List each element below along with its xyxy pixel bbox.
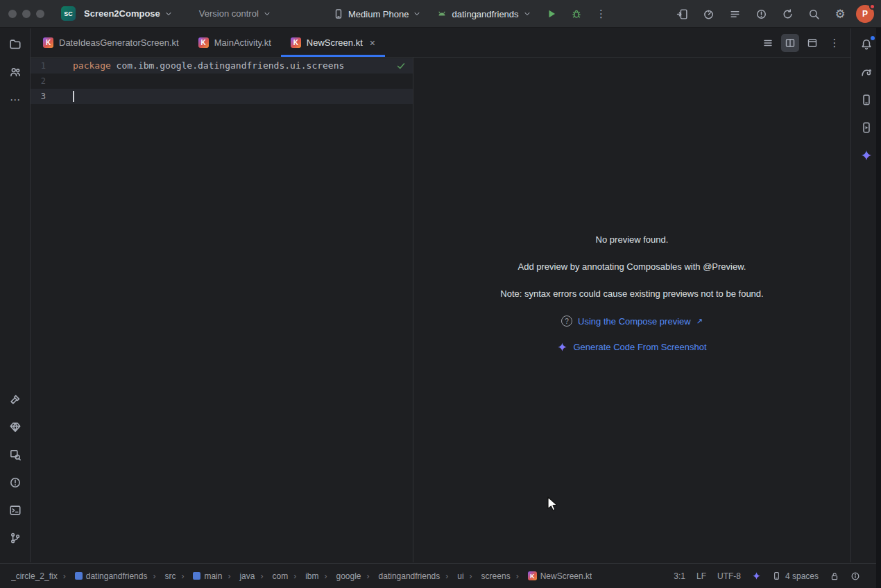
more-tool-windows-button[interactable]: ⋯: [5, 89, 26, 110]
run-button[interactable]: [541, 4, 562, 24]
generate-link-label: Generate Code From Screenshot: [573, 342, 706, 352]
android-icon: [436, 8, 447, 19]
text-caret: [73, 91, 74, 102]
collaboration-tool-button[interactable]: [5, 62, 26, 83]
diamond-icon: [9, 421, 22, 433]
close-tab-icon[interactable]: ×: [370, 37, 375, 49]
device-mirroring-button[interactable]: [672, 4, 692, 24]
breadcrumb-item[interactable]: google: [318, 571, 361, 581]
readonly-toggle[interactable]: [830, 571, 839, 581]
code-line[interactable]: 1 package com.ibm.google.datingandfriend…: [31, 58, 413, 74]
device-manager-tool-button[interactable]: [856, 89, 877, 110]
notifications-info-button[interactable]: [850, 571, 860, 581]
inspect-box-icon: [9, 449, 22, 461]
editor-mode-code-button[interactable]: [759, 34, 777, 52]
breadcrumb-item[interactable]: _circle_2_fix: [11, 571, 58, 581]
chevron-down-icon: [164, 10, 173, 18]
compose-preview-help-link[interactable]: ? Using the Compose preview ↗: [561, 315, 703, 327]
breadcrumb-item[interactable]: ibm: [288, 571, 318, 581]
breadcrumb-item[interactable]: java: [222, 571, 255, 581]
chevron-down-icon: [523, 10, 531, 18]
caret-position-widget[interactable]: 3:1: [674, 571, 685, 581]
gear-icon: ⚙: [835, 8, 845, 20]
run-configuration-selector[interactable]: datingandfriends: [431, 5, 536, 23]
run-toolbar: Medium Phone datingandfriends ⋮: [327, 0, 612, 28]
resource-manager-tool-button[interactable]: [5, 417, 26, 438]
minimize-window-button[interactable]: [22, 10, 31, 18]
gradle-sync-button[interactable]: [777, 4, 798, 24]
editor-mode-switcher: ⋮: [759, 28, 850, 57]
chevron-down-icon: [263, 10, 271, 18]
project-tool-button[interactable]: [5, 34, 26, 55]
chevron-down-icon: [413, 10, 421, 18]
problems-tool-button[interactable]: [5, 472, 26, 493]
breadcrumb-item[interactable]: main: [176, 571, 222, 581]
toolbar-right: ⚙ P: [672, 0, 874, 28]
running-devices-tool-button[interactable]: [856, 117, 877, 138]
inspections-ok-icon[interactable]: [396, 61, 406, 71]
profiler-button[interactable]: [698, 4, 719, 24]
code-line-caret[interactable]: 3: [31, 89, 413, 104]
breadcrumb-item-file[interactable]: KNewScreen.kt: [511, 571, 592, 581]
window-controls: [0, 10, 44, 18]
project-switcher[interactable]: Screen2Compose: [78, 5, 178, 22]
editor-split: 1 package com.ibm.google.datingandfriend…: [31, 58, 850, 562]
line-separator-widget[interactable]: LF: [696, 571, 706, 581]
breadcrumb-item[interactable]: com: [255, 571, 288, 581]
logcat-button[interactable]: [724, 4, 745, 24]
debug-button[interactable]: [566, 4, 587, 24]
build-tool-button[interactable]: [5, 389, 26, 410]
gemini-tool-button[interactable]: [856, 145, 877, 166]
people-icon: [9, 66, 22, 78]
bug-icon: [571, 8, 582, 19]
editor-zone: K DateIdeasGeneratorScreen.kt K MainActi…: [31, 28, 850, 562]
breadcrumb-item[interactable]: src: [147, 571, 176, 581]
code-lines-icon: [762, 37, 773, 49]
generate-code-from-screenshot-link[interactable]: Generate Code From Screenshot: [557, 342, 706, 352]
tab-dateideasgeneratorscreen[interactable]: K DateIdeasGeneratorScreen.kt: [33, 28, 189, 57]
version-control-tool-button[interactable]: [5, 528, 26, 548]
no-preview-message: No preview found.: [596, 234, 669, 245]
editor-mode-split-button[interactable]: [781, 34, 799, 52]
notification-badge: [871, 36, 875, 40]
close-window-button[interactable]: [8, 10, 17, 18]
settings-button[interactable]: ⚙: [830, 4, 850, 24]
indent-widget[interactable]: 4 spaces: [772, 571, 819, 581]
app-quality-insights-button[interactable]: [751, 4, 771, 24]
ai-status-widget[interactable]: [752, 571, 761, 580]
encoding-widget[interactable]: UTF-8: [717, 571, 741, 581]
app-inspection-tool-button[interactable]: [5, 444, 26, 465]
search-everywhere-button[interactable]: [803, 4, 824, 24]
zoom-window-button[interactable]: [36, 10, 44, 18]
git-branch-icon: [9, 532, 22, 544]
breadcrumb-item[interactable]: datingandfriends: [58, 571, 148, 581]
tab-mainactivity[interactable]: K MainActivity.kt: [189, 28, 281, 57]
notifications-tool-button[interactable]: [856, 34, 877, 55]
breadcrumb-item[interactable]: screens: [464, 571, 511, 581]
gradle-tool-button[interactable]: [856, 62, 877, 83]
code-line[interactable]: 2: [31, 74, 413, 89]
gradle-elephant-icon: [860, 66, 873, 78]
code-editor[interactable]: 1 package com.ibm.google.datingandfriend…: [31, 58, 413, 562]
run-config-label: datingandfriends: [452, 9, 518, 19]
terminal-icon: [9, 504, 22, 517]
folder-icon: [9, 38, 22, 51]
breadcrumb-item[interactable]: ui: [440, 571, 463, 581]
phone-icon: [333, 8, 344, 19]
avatar-initial: P: [862, 9, 868, 19]
more-actions-button[interactable]: ⋮: [591, 4, 612, 24]
terminal-tool-button[interactable]: [5, 500, 26, 521]
editor-mode-design-button[interactable]: [803, 34, 821, 52]
device-selector[interactable]: Medium Phone: [327, 5, 427, 23]
version-control-menu[interactable]: Version control: [194, 5, 277, 22]
user-avatar[interactable]: P: [856, 5, 874, 23]
breadcrumb-item[interactable]: datingandfriends: [361, 571, 440, 581]
line-number: 2: [31, 74, 46, 89]
profiler-icon: [703, 8, 715, 20]
logcat-icon: [729, 8, 741, 20]
tab-newscreen[interactable]: K NewScreen.kt ×: [281, 28, 385, 57]
help-link-label: Using the Compose preview: [578, 316, 691, 327]
editor-options-button[interactable]: ⋮: [826, 34, 844, 52]
tab-label: MainActivity.kt: [214, 37, 271, 48]
hammer-icon: [9, 393, 22, 406]
